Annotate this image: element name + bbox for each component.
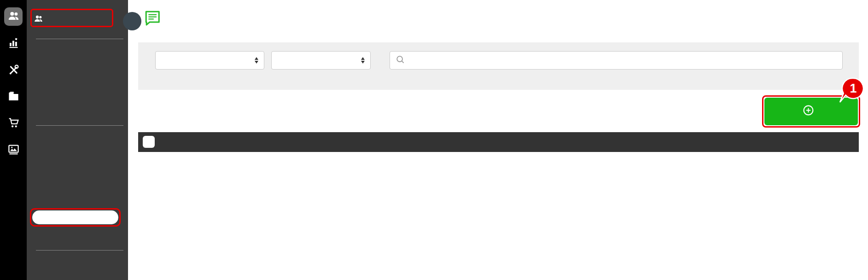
rail-tools-button[interactable] [4,61,23,79]
select-arrows-icon [361,57,365,64]
divider [36,39,123,39]
sidebar-item-template-active[interactable] [32,210,118,224]
main-content: 1 [128,0,868,280]
media-icon [7,143,20,158]
search-input[interactable] [410,56,837,64]
icon-rail [0,0,27,280]
rail-media-button[interactable] [4,141,23,159]
divider [36,250,123,251]
sidebar-collapse-button[interactable] [123,12,141,30]
section-friends [31,39,123,39]
report-icon [7,36,20,51]
select-arrows-icon [255,57,258,64]
category-select[interactable] [271,51,371,70]
folder-icon [7,90,20,104]
template-bubble-icon [144,9,161,27]
users-icon [7,10,20,24]
section-message [31,125,123,126]
select-all-checkbox[interactable] [143,136,155,148]
search-filter [390,48,843,70]
annotation-badge-1: 1 [837,76,864,104]
rail-users-button[interactable] [4,7,23,26]
tools-icon [7,63,20,77]
platform-select[interactable] [155,51,264,70]
rail-cart-button[interactable] [4,114,23,133]
section-attributes [31,250,123,251]
annotation-box-template [30,208,121,227]
rail-folder-button[interactable] [4,88,23,106]
annotation-box-new-template: 1 [762,95,860,128]
sidebar [27,0,128,280]
filter-bar [138,42,859,90]
template-table [138,132,859,152]
users-icon [34,11,43,25]
svg-text:1: 1 [850,82,856,95]
page-header [144,9,167,27]
category-filter [271,48,371,70]
divider [36,125,123,126]
table-header-row [138,132,859,151]
search-icon [396,55,405,66]
search-box [390,51,843,70]
cart-icon [7,117,20,131]
plus-circle-icon [803,105,814,118]
platform-filter [155,48,264,70]
rail-report-button[interactable] [4,34,23,52]
workspace-switcher[interactable] [30,9,113,27]
